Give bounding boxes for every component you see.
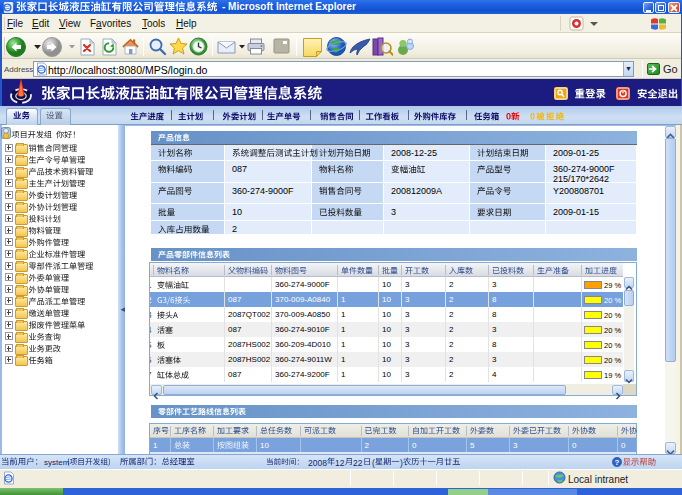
svg-text:?: ? <box>615 457 620 466</box>
